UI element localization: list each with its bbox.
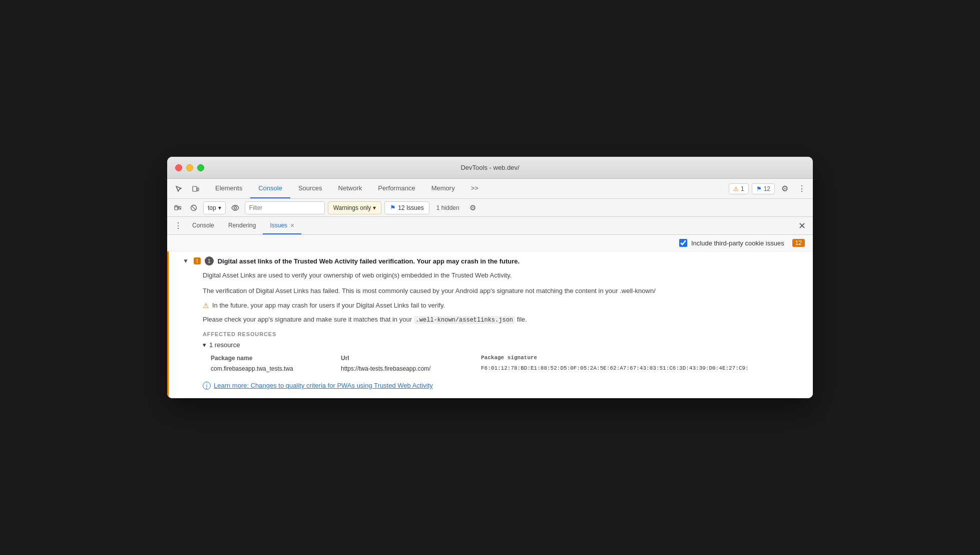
title-bar: DevTools - web.dev/ [167, 157, 813, 179]
issue-header-1[interactable]: ▼ ! 1 Digital asset links of the Trusted… [177, 251, 813, 270]
console-toolbar: top ▾ Warnings only ▾ ⚑ 12 Issues 1 hidd… [167, 199, 813, 217]
tab-performance[interactable]: Performance [370, 179, 423, 198]
more-options-button[interactable]: ⋮ [795, 182, 809, 196]
resource-table: Package name Url Package signature com.f… [211, 353, 801, 374]
issue-file-ref: .well-known/assetlinks.json [414, 316, 515, 324]
context-selector[interactable]: top ▾ [203, 201, 226, 214]
issue-body-1: Digital Asset Links are used to verify y… [177, 270, 813, 398]
close-drawer-button[interactable]: ✕ [795, 217, 809, 234]
console-settings-icon: ⚙ [469, 203, 476, 212]
affected-label: AFFECTED RESOURCES [203, 331, 801, 337]
warnings-only-selector[interactable]: Warnings only ▾ [328, 201, 382, 214]
close-issues-tab-button[interactable]: × [290, 221, 294, 229]
issue-chevron-icon: ▼ [183, 257, 190, 264]
drawer-menu-button[interactable]: ⋮ [171, 217, 185, 234]
context-value: top [208, 204, 216, 211]
drawer-tabs: ⋮ Console Rendering Issues × ✕ [167, 217, 813, 235]
drawer-tab-issues[interactable]: Issues × [263, 217, 301, 234]
tab-bar-icons [171, 179, 203, 198]
warn-icon: ⚠ [733, 185, 739, 192]
tab-more[interactable]: >> [463, 179, 486, 198]
tab-bar-right: ⚠ 1 ⚑ 12 ⚙ ⋮ [729, 179, 809, 198]
settings-icon: ⚙ [781, 184, 788, 193]
context-dropdown-icon: ▾ [218, 204, 221, 211]
issue-desc-2: The verification of Digital Asset Links … [203, 286, 801, 297]
issues-panel: Include third-party cookie issues 12 ▼ !… [167, 235, 813, 398]
svg-line-9 [192, 206, 196, 210]
table-row: com.firebaseapp.twa_tests.twa https://tw… [211, 364, 801, 374]
tab-bar: Elements Console Sources Network Perform… [167, 179, 813, 199]
affected-resources: AFFECTED RESOURCES ▾ 1 resource Package … [203, 331, 801, 374]
inspect-element-button[interactable] [171, 182, 186, 195]
issue-title-1: Digital asset links of the Trusted Web A… [218, 257, 520, 265]
row-url: https://twa-tests.firebaseapp.com/ [341, 365, 481, 372]
tab-network[interactable]: Network [330, 179, 370, 198]
drawer-tab-rendering[interactable]: Rendering [221, 217, 263, 234]
warnings-dropdown-icon: ▾ [373, 204, 376, 211]
issues-count-label: 12 Issues [398, 204, 423, 211]
more-icon: ⋮ [798, 184, 806, 193]
svg-line-7 [179, 207, 181, 209]
issues-count-button[interactable]: ⚑ 12 Issues [384, 201, 429, 214]
svg-rect-2 [175, 206, 178, 210]
minimize-button[interactable] [186, 164, 193, 171]
console-settings-button[interactable]: ⚙ [466, 201, 479, 214]
issues-total-badge: 12 [792, 239, 805, 247]
close-drawer-icon: ✕ [798, 220, 806, 231]
main-tabs: Elements Console Sources Network Perform… [207, 179, 725, 198]
issue-group-1: ▼ ! 1 Digital asset links of the Trusted… [167, 251, 813, 398]
settings-button[interactable]: ⚙ [778, 182, 792, 196]
close-button[interactable] [175, 164, 182, 171]
include-cookie-issues-label[interactable]: Include third-party cookie issues [679, 239, 784, 247]
include-cookie-issues-checkbox[interactable] [679, 239, 687, 247]
clear-console-button[interactable] [171, 201, 184, 214]
learn-more-link[interactable]: i Learn more: Changes to quality criteri… [203, 382, 801, 390]
issues-header: Include third-party cookie issues 12 [167, 235, 813, 251]
tab-console[interactable]: Console [250, 179, 290, 198]
warnings-badge-button[interactable]: ⚠ 1 [729, 183, 749, 194]
issue-warning-text: In the future, your app may crash for us… [212, 302, 445, 309]
devtools-window: DevTools - web.dev/ Elements Console [167, 157, 813, 398]
device-mode-button[interactable] [188, 182, 203, 195]
resource-table-header: Package name Url Package signature [211, 353, 801, 364]
issue-warning-line: ⚠ In the future, your app may crash for … [203, 302, 801, 310]
row-pkg: com.firebaseapp.twa_tests.twa [211, 365, 341, 372]
maximize-button[interactable] [197, 164, 204, 171]
learn-more-label: Learn more: Changes to quality criteria … [214, 382, 433, 389]
block-icon-button[interactable] [187, 201, 200, 214]
issue-instruction: Please check your app's signature and ma… [203, 315, 801, 325]
issue-count-circle: 1 [205, 256, 214, 265]
warnings-count: 1 [741, 185, 744, 192]
resource-toggle-arrow: ▾ [203, 341, 206, 349]
issues-badge-button[interactable]: ⚑ 12 [752, 183, 775, 194]
issue-desc-1: Digital Asset Links are used to verify y… [203, 270, 801, 281]
issue-warn-badge: ! [194, 257, 201, 264]
resource-toggle[interactable]: ▾ 1 resource [203, 341, 801, 349]
issues-count: 12 [764, 185, 770, 192]
warnings-only-label: Warnings only [333, 204, 371, 211]
issues-total-count: 12 [792, 239, 805, 247]
resource-count: 1 resource [209, 341, 240, 349]
issues-flag-icon: ⚑ [756, 185, 762, 192]
traffic-lights [175, 164, 204, 171]
svg-rect-1 [197, 188, 199, 191]
tab-memory[interactable]: Memory [423, 179, 463, 198]
eye-button[interactable] [229, 201, 242, 214]
learn-more-icon: i [203, 382, 211, 390]
tab-sources[interactable]: Sources [290, 179, 330, 198]
hidden-count-label: 1 hidden [432, 204, 463, 211]
tab-elements[interactable]: Elements [207, 179, 250, 198]
svg-rect-0 [193, 186, 197, 191]
drawer-tab-console[interactable]: Console [185, 217, 221, 234]
include-cookie-label-text: Include third-party cookie issues [691, 239, 784, 247]
row-sig: F6:01:12:78:BD:E1:88:52:D5:0F:05:2A:5E:6… [481, 365, 801, 372]
svg-point-10 [234, 206, 236, 209]
header-pkg: Package name [211, 355, 341, 362]
window-title: DevTools - web.dev/ [460, 164, 519, 171]
issues-flag-toolbar-icon: ⚑ [390, 204, 396, 211]
filter-input[interactable] [245, 201, 325, 214]
header-url: Url [341, 355, 481, 362]
warning-triangle-icon: ⚠ [203, 302, 209, 310]
header-sig: Package signature [481, 355, 801, 362]
